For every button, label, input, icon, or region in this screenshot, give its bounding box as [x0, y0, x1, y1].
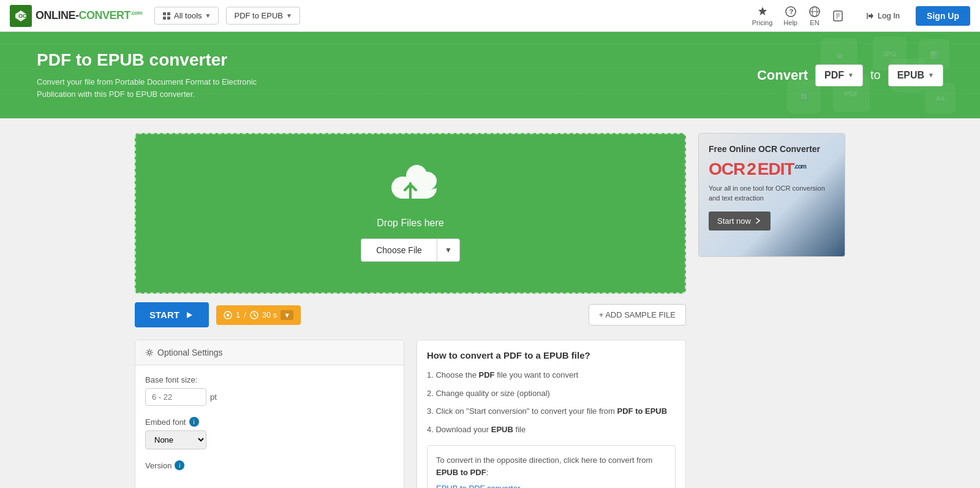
choose-file-button[interactable]: Choose File [361, 238, 437, 262]
navbar: OC ONLINE-CONVERT.com All tools ▼ PDF to… [0, 0, 980, 32]
version-group: Version i [145, 460, 394, 470]
queue-badge[interactable]: 1 / 30 s ▼ [216, 305, 301, 325]
base-font-input[interactable] [145, 388, 206, 406]
action-row: START 1 / 30 s [135, 302, 686, 327]
main-content: Drop Files here Choose File ▼ START [98, 118, 882, 488]
login-icon [866, 12, 875, 20]
to-format-caret: ▼ [928, 72, 934, 78]
gear-icon [145, 348, 154, 357]
start-button[interactable]: START [135, 302, 209, 327]
drop-text: Drop Files here [377, 218, 443, 229]
upload-section: Drop Files here Choose File ▼ START [135, 133, 686, 488]
ad-panel: Free Online OCR Converter OCR2EDIT.com Y… [698, 133, 845, 257]
ad-sub: Your all in one tool for OCR conversion … [709, 184, 835, 203]
opposite-box: To convert in the opposite direction, cl… [427, 445, 676, 488]
choose-file-caret-icon: ▼ [445, 246, 452, 254]
howto-step-4: 4. Download your EPUB file [427, 424, 676, 436]
pdf-epub-caret: ▼ [286, 12, 292, 19]
signup-button[interactable]: Sign Up [916, 6, 970, 26]
add-sample-button[interactable]: + ADD SAMPLE FILE [589, 304, 686, 326]
logo-text: ONLINE-CONVERT.com [36, 9, 142, 22]
howto-body: How to convert a PDF to a EPUB file? 1. … [417, 340, 685, 488]
svg-point-16 [409, 182, 412, 185]
version-label: Version i [145, 460, 394, 470]
convert-label: Convert [757, 67, 808, 83]
hero-left: PDF to EPUB converter Convert your file … [37, 50, 294, 100]
all-tools-button[interactable]: All tools ▼ [154, 7, 219, 25]
queue-icon [224, 311, 232, 319]
pricing-icon [756, 6, 769, 18]
logo-icon: OC [13, 9, 28, 23]
howto-step-1: 1. Choose the PDF file you want to conve… [427, 369, 676, 381]
howto-step-3: 3. Click on "Start conversion" to conver… [427, 405, 676, 417]
to-label: to [870, 68, 881, 82]
choose-file-dropdown[interactable]: ▼ [437, 238, 460, 262]
help-icon: ? [785, 6, 797, 18]
svg-text:OC: OC [18, 13, 27, 19]
to-format-value: EPUB [897, 70, 924, 81]
version-info-icon[interactable]: i [175, 460, 184, 470]
globe-icon [809, 6, 821, 18]
embed-font-group: Embed font i None Yes No [145, 417, 394, 449]
grid-icon [162, 12, 171, 20]
drop-zone[interactable]: Drop Files here Choose File ▼ [135, 133, 686, 294]
settings-header: Optional Settings [135, 340, 404, 365]
queue-time: 30 s [262, 310, 277, 319]
svg-rect-2 [163, 12, 166, 15]
hero-description: Convert your file from Portable Document… [37, 76, 294, 100]
logo-box: OC [10, 5, 32, 27]
queue-count: 1 [236, 310, 240, 319]
ad-logo: OCR2EDIT.com [709, 159, 835, 179]
ad-title: Free Online OCR Converter [709, 143, 835, 154]
from-format-caret: ▼ [848, 72, 854, 78]
settings-panel: Optional Settings Base font size: pt [135, 340, 404, 488]
pricing-nav-item[interactable]: Pricing [752, 6, 773, 26]
howto-steps: 1. Choose the PDF file you want to conve… [427, 369, 676, 435]
opposite-text: To convert in the opposite direction, cl… [436, 454, 666, 478]
start-arrow-icon [184, 310, 194, 320]
nav-icons: Pricing ? Help EN [752, 6, 844, 26]
howto-title: How to convert a PDF to a EPUB file? [427, 350, 676, 360]
cloud-upload-icon [383, 165, 438, 208]
from-format-dropdown[interactable]: PDF ▼ [815, 64, 863, 86]
clock-icon [250, 311, 258, 319]
hero-right: Convert PDF ▼ to EPUB ▼ [757, 64, 943, 86]
base-font-group: Base font size: pt [145, 375, 394, 406]
hero-title: PDF to EPUB converter [37, 50, 294, 70]
pdf-to-epub-nav-button[interactable]: PDF to EPUB ▼ [226, 7, 300, 25]
svg-rect-5 [167, 17, 170, 20]
ad-arrow-icon [753, 216, 762, 225]
from-format-value: PDF [824, 70, 844, 81]
queue-caret[interactable]: ▼ [281, 310, 293, 320]
history-icon [832, 10, 844, 22]
logo[interactable]: OC ONLINE-CONVERT.com [10, 5, 142, 27]
queue-separator: / [244, 310, 246, 319]
svg-text:?: ? [789, 8, 793, 15]
lang-nav-item[interactable]: EN [809, 6, 821, 26]
howto-step-2: 2. Change quality or size (optional) [427, 387, 676, 400]
svg-point-19 [148, 351, 151, 354]
embed-font-info-icon[interactable]: i [189, 417, 199, 427]
help-nav-item[interactable]: ? Help [783, 6, 797, 26]
base-font-unit: pt [210, 392, 217, 402]
ad-inner: Free Online OCR Converter OCR2EDIT.com Y… [699, 134, 845, 256]
howto-panel: How to convert a PDF to a EPUB file? 1. … [417, 340, 686, 488]
svg-rect-4 [163, 17, 166, 20]
ad-logo-num: 2 [745, 159, 758, 178]
choose-file-row: Choose File ▼ [361, 238, 460, 262]
base-font-label: Base font size: [145, 375, 394, 384]
to-format-dropdown[interactable]: EPUB ▼ [888, 64, 943, 86]
epub-to-pdf-link[interactable]: EPUB to PDF converter [436, 484, 520, 488]
embed-font-label: Embed font i [145, 417, 394, 427]
login-button[interactable]: Log In [858, 7, 908, 24]
all-tools-caret: ▼ [205, 12, 211, 19]
lower-row: Optional Settings Base font size: pt [135, 340, 686, 488]
content-row: Drop Files here Choose File ▼ START [135, 133, 845, 488]
hero-section: PDF to EPUB converter Convert your file … [0, 32, 980, 118]
history-nav-item[interactable] [832, 10, 844, 22]
svg-rect-3 [167, 12, 170, 15]
settings-body: Base font size: pt Embed font i [135, 365, 404, 488]
ad-start-button[interactable]: Start now [709, 212, 771, 231]
embed-font-select[interactable]: None Yes No [145, 430, 206, 449]
